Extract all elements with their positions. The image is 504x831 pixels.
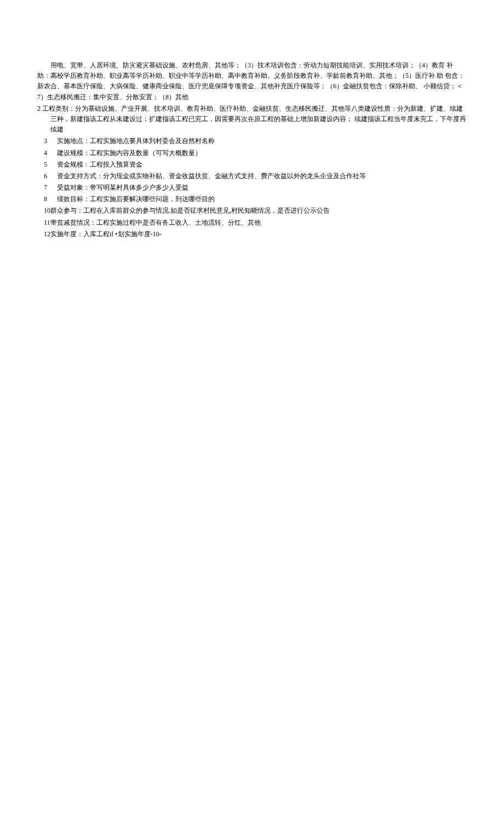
list-item: 11带贫减贫情况：工程实施过程中是否有务工收入、土地流转、分红、其他 <box>37 218 467 228</box>
list-item: 6资金支持方式：分为现金或实物补贴、资金收益扶贫、金融方式支持、费产收益以外的龙… <box>37 171 467 181</box>
item-number: 12 <box>44 230 50 238</box>
continuation-paragraph: 用电、宽带、人居环境、防灾避灾基础设施、农村危房、其他等；（3）技术培训包含：劳… <box>37 60 467 103</box>
item-number: 10 <box>44 207 50 214</box>
list-item: 10群众参与：工程在入库前群众的参与情况.如是否征求村民意见,村民知晓情况，是否… <box>37 206 467 216</box>
item-number: 3 <box>44 136 57 146</box>
item-number: 11 <box>44 219 50 226</box>
item-text: 建设规模：工程实施内容及数量（可写大概数量） <box>57 149 202 157</box>
item-text: 资金支持方式：分为现金或实物补贴、资金收益扶贫、金融方式支持、费产收益以外的龙头… <box>57 172 366 180</box>
item-text: 工程类别：分为基础设施、产业开展、技术培训、教育补助、医疗补助、金融扶贫、生态移… <box>42 105 466 133</box>
list-item: 4建设规模：工程实施内容及数量（可写大概数量） <box>37 148 467 158</box>
list-item: 5资金规模：工程投入预算资金 <box>37 160 467 170</box>
item-text: 受益对象：带写明某村具体多少户多少人受益 <box>57 184 188 191</box>
item-number: 8 <box>44 194 57 204</box>
item-text: 带贫减贫情况：工程实施过程中是否有务工收入、土地流转、分红、其他 <box>50 219 261 226</box>
item-text: 资金规模：工程投入预算资金 <box>57 161 142 168</box>
list-item: 12实施年度：入库工程if •划实施年度-10- <box>37 229 467 240</box>
list-item: 3实施地点：工程实施地点要具体到村委会及自然村名称 <box>37 136 467 146</box>
item-number: 6 <box>44 171 57 181</box>
item-text: 绩效目标：工程实施后要解决哪些问题，到达哪些目的 <box>57 195 215 203</box>
item-text: 实施地点：工程实施地点要具体到村委会及自然村名称 <box>57 137 215 145</box>
item-text: 群众参与：工程在入库前群众的参与情况.如是否征求村民意见,村民知晓情况，是否进行… <box>50 207 330 214</box>
item-number: 7 <box>44 183 57 193</box>
item-number: 2 <box>37 105 41 112</box>
list-item: 2 工程类别：分为基础设施、产业开展、技术培训、教育补助、医疗补助、金融扶贫、生… <box>37 104 467 135</box>
item-number: 5 <box>44 160 57 170</box>
list-item: 7受益对象：带写明某村具体多少户多少人受益 <box>37 183 467 193</box>
document-page: 用电、宽带、人居环境、防灾避灾基础设施、农村危房、其他等；（3）技术培训包含：劳… <box>0 0 504 240</box>
list-item: 8绩效目标：工程实施后要解决哪些问题，到达哪些目的 <box>37 194 467 204</box>
item-text: 实施年度：入库工程if •划实施年度-10- <box>50 230 162 238</box>
item-number: 4 <box>44 148 57 158</box>
